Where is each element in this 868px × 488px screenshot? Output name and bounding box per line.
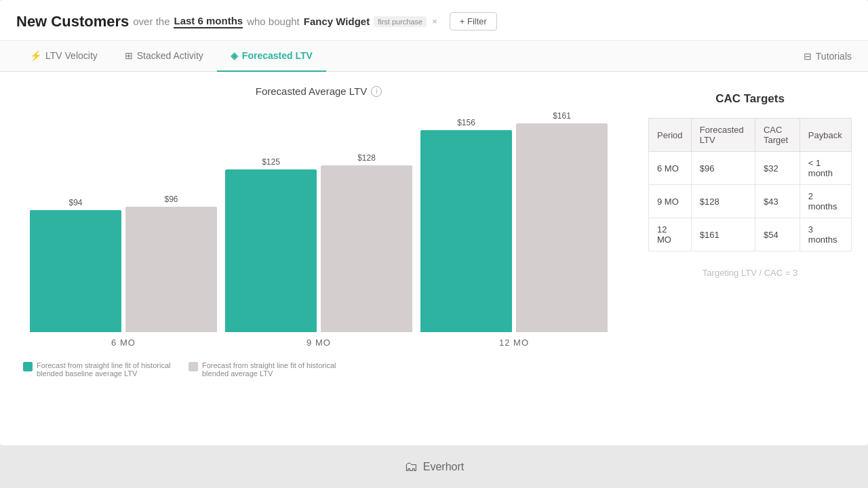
cac-note: Targeting LTV / CAC = 3	[648, 268, 852, 278]
header: New Customers over the Last 6 months who…	[0, 0, 868, 41]
chart-title-text: Forecasted Average LTV	[256, 85, 368, 97]
bar-12mo-teal	[420, 130, 512, 332]
tutorials-label: Tutorials	[816, 51, 852, 62]
bar-6mo-gray-wrapper: $96	[125, 195, 217, 332]
cac-12mo-period: 12 MO	[649, 218, 692, 251]
tutorials-icon: ⊟	[804, 51, 812, 62]
footer-logo-text: Everhort	[423, 461, 464, 473]
ltv-velocity-icon: ⚡	[30, 50, 41, 61]
chart-legend: Forecast from straight line fit of histo…	[16, 361, 621, 378]
tab-ltv-velocity[interactable]: ⚡ LTV Velocity	[16, 41, 111, 72]
bar-9mo-teal	[225, 169, 317, 332]
bar-12mo-teal-label: $156	[457, 118, 475, 127]
bar-group-12mo-bars: $156 $161	[420, 111, 608, 332]
stacked-activity-icon: ⊞	[125, 50, 133, 61]
cac-12mo-target: $54	[755, 218, 800, 251]
bar-12mo-gray-wrapper: $161	[516, 111, 608, 332]
bar-6mo-gray	[125, 207, 217, 332]
bar-6mo-teal-label: $94	[68, 198, 82, 207]
cac-row-6mo: 6 MO $96 $32 < 1 month	[649, 152, 852, 185]
tutorials-link[interactable]: ⊟ Tutorials	[804, 51, 852, 62]
legend-color-gray	[189, 362, 198, 371]
bar-6mo-teal	[30, 210, 121, 332]
bar-9mo-gray-wrapper: $128	[321, 153, 412, 332]
bar-6mo-gray-label: $96	[164, 195, 178, 204]
col-payback: Payback	[800, 119, 851, 152]
cac-9mo-period: 9 MO	[649, 185, 692, 218]
bar-group-6mo: $94 $96 6 MO	[30, 195, 217, 348]
bar-6mo-teal-wrapper: $94	[30, 198, 121, 332]
tab-ltv-velocity-label: LTV Velocity	[45, 50, 98, 61]
bar-group-12mo: $156 $161 12 MO	[420, 111, 608, 348]
col-cac-target: CAC Target	[755, 119, 800, 152]
cac-9mo-target: $43	[755, 185, 800, 218]
product-name: Fancy Widget	[304, 16, 370, 27]
bar-group-9mo-label: 9 MO	[307, 338, 331, 348]
cac-9mo-payback: 2 months	[800, 185, 851, 218]
tab-forecasted-ltv-label: Forecasted LTV	[242, 50, 313, 61]
tab-stacked-activity[interactable]: ⊞ Stacked Activity	[111, 41, 217, 72]
legend-color-teal	[23, 362, 33, 371]
legend-label-teal: Forecast from straight line fit of histo…	[37, 361, 172, 378]
legend-item-gray: Forecast from straight line fit of histo…	[189, 361, 338, 378]
period-filter[interactable]: Last 6 months	[174, 15, 243, 28]
cac-6mo-target: $32	[755, 152, 800, 185]
bar-group-6mo-bars: $94 $96	[30, 195, 217, 332]
cac-12mo-ltv: $161	[691, 218, 755, 251]
bar-9mo-gray	[321, 165, 412, 332]
tab-stacked-activity-label: Stacked Activity	[137, 50, 203, 61]
cac-table-header-row: Period Forecasted LTV CAC Target Payback	[649, 119, 852, 152]
cac-6mo-ltv: $96	[691, 152, 755, 185]
chart-section: Forecasted Average LTV i $94 $96	[16, 85, 621, 378]
bar-chart-container: $94 $96 6 MO	[16, 117, 621, 348]
content-area: Forecasted Average LTV i $94 $96	[0, 72, 868, 398]
cac-row-9mo: 9 MO $128 $43 2 months	[649, 185, 852, 218]
over-text: over the	[133, 16, 170, 27]
bar-12mo-teal-wrapper: $156	[420, 118, 512, 332]
bar-12mo-gray-label: $161	[553, 111, 571, 121]
cac-12mo-payback: 3 months	[800, 218, 851, 251]
info-icon[interactable]: i	[371, 86, 382, 97]
who-text: who bought	[247, 16, 300, 27]
legend-item-teal: Forecast from straight line fit of histo…	[23, 361, 172, 378]
col-period: Period	[649, 119, 692, 152]
cac-6mo-period: 6 MO	[649, 152, 692, 185]
bar-group-6mo-label: 6 MO	[111, 338, 136, 348]
footer: 🗂 Everhort	[0, 445, 868, 488]
bar-group-9mo-bars: $125 $128	[225, 153, 412, 332]
tabs-bar: ⚡ LTV Velocity ⊞ Stacked Activity ◈ Fore…	[0, 41, 868, 72]
legend-label-gray: Forecast from straight line fit of histo…	[202, 361, 338, 378]
product-badge: first purchase	[374, 16, 427, 27]
bar-9mo-teal-label: $125	[262, 157, 280, 167]
forecasted-ltv-icon: ◈	[231, 50, 238, 61]
cac-row-12mo: 12 MO $161 $54 3 months	[649, 218, 852, 251]
cac-section: CAC Targets Period Forecasted LTV CAC Ta…	[648, 85, 852, 378]
filter-button[interactable]: + Filter	[450, 12, 497, 30]
tab-forecasted-ltv[interactable]: ◈ Forecasted LTV	[217, 41, 326, 72]
bar-group-9mo: $125 $128 9 MO	[225, 153, 412, 348]
cac-title: CAC Targets	[648, 92, 852, 106]
footer-logo-icon: 🗂	[404, 459, 418, 474]
bar-12mo-gray	[516, 123, 608, 332]
bar-9mo-gray-label: $128	[357, 153, 376, 163]
cac-table: Period Forecasted LTV CAC Target Payback…	[648, 118, 852, 251]
page-title: New Customers	[16, 13, 129, 30]
cac-9mo-ltv: $128	[691, 185, 755, 218]
bar-group-12mo-label: 12 MO	[499, 338, 529, 348]
col-forecasted-ltv: Forecasted LTV	[691, 119, 755, 152]
bar-chart: $94 $96 6 MO	[16, 117, 621, 348]
main-container: New Customers over the Last 6 months who…	[0, 0, 868, 445]
bar-9mo-teal-wrapper: $125	[225, 157, 317, 332]
chart-title-row: Forecasted Average LTV i	[16, 85, 621, 97]
cac-6mo-payback: < 1 month	[800, 152, 851, 185]
close-icon[interactable]: ×	[432, 16, 437, 26]
